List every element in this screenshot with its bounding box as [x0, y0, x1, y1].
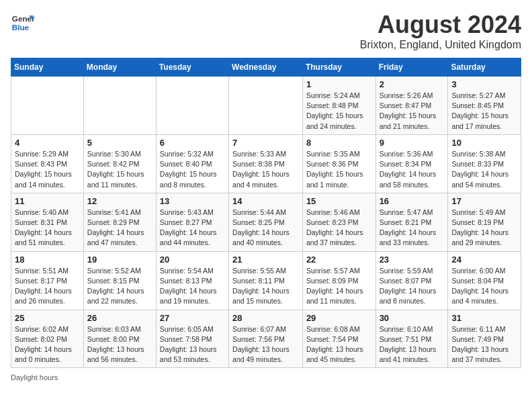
- calendar-cell: 13Sunrise: 5:43 AM Sunset: 8:27 PM Dayli…: [156, 193, 228, 251]
- weekday-header: Tuesday: [156, 58, 228, 77]
- calendar-header: SundayMondayTuesdayWednesdayThursdayFrid…: [11, 58, 521, 77]
- day-number: 19: [87, 255, 152, 265]
- day-number: 21: [232, 255, 299, 265]
- day-info: Sunrise: 5:52 AM Sunset: 8:15 PM Dayligh…: [87, 266, 152, 307]
- calendar-cell: 21Sunrise: 5:55 AM Sunset: 8:11 PM Dayli…: [229, 251, 303, 310]
- day-info: Sunrise: 6:02 AM Sunset: 8:02 PM Dayligh…: [15, 324, 80, 365]
- weekday-header: Friday: [375, 58, 448, 77]
- calendar-cell: 22Sunrise: 5:57 AM Sunset: 8:09 PM Dayli…: [302, 251, 375, 310]
- header: General Blue August 2024 Brixton, Englan…: [11, 11, 521, 51]
- calendar-cell: 7Sunrise: 5:33 AM Sunset: 8:38 PM Daylig…: [229, 134, 303, 193]
- calendar-cell: 19Sunrise: 5:52 AM Sunset: 8:15 PM Dayli…: [83, 251, 156, 310]
- day-info: Sunrise: 5:29 AM Sunset: 8:43 PM Dayligh…: [15, 149, 80, 190]
- day-info: Sunrise: 5:55 AM Sunset: 8:11 PM Dayligh…: [232, 266, 299, 307]
- day-info: Sunrise: 5:36 AM Sunset: 8:34 PM Dayligh…: [380, 149, 445, 190]
- day-number: 25: [15, 313, 80, 323]
- calendar-cell: 25Sunrise: 6:02 AM Sunset: 8:02 PM Dayli…: [11, 310, 84, 368]
- day-info: Sunrise: 5:40 AM Sunset: 8:31 PM Dayligh…: [15, 208, 80, 248]
- day-info: Sunrise: 6:00 AM Sunset: 8:04 PM Dayligh…: [451, 266, 517, 307]
- calendar-cell: 27Sunrise: 6:05 AM Sunset: 7:58 PM Dayli…: [156, 310, 228, 368]
- day-number: 27: [160, 313, 225, 323]
- svg-text:Blue: Blue: [12, 23, 30, 32]
- day-info: Sunrise: 6:03 AM Sunset: 8:00 PM Dayligh…: [87, 324, 152, 365]
- calendar-week-row: 4Sunrise: 5:29 AM Sunset: 8:43 PM Daylig…: [11, 134, 521, 193]
- day-number: 22: [306, 255, 372, 265]
- day-number: 12: [87, 196, 152, 206]
- day-info: Sunrise: 5:46 AM Sunset: 8:23 PM Dayligh…: [306, 208, 372, 248]
- day-info: Sunrise: 5:54 AM Sunset: 8:13 PM Dayligh…: [160, 266, 225, 307]
- weekday-header: Thursday: [302, 58, 375, 77]
- logo-icon: General Blue: [11, 11, 35, 35]
- calendar-cell: 29Sunrise: 6:08 AM Sunset: 7:54 PM Dayli…: [302, 310, 375, 368]
- day-info: Sunrise: 5:38 AM Sunset: 8:33 PM Dayligh…: [451, 149, 517, 190]
- weekday-header-row: SundayMondayTuesdayWednesdayThursdayFrid…: [11, 58, 521, 77]
- day-number: 20: [160, 255, 225, 265]
- page-title: August 2024: [360, 11, 521, 39]
- weekday-header: Sunday: [11, 58, 84, 77]
- day-number: 11: [15, 196, 80, 206]
- calendar-cell: 16Sunrise: 5:47 AM Sunset: 8:21 PM Dayli…: [375, 193, 448, 251]
- day-number: 30: [380, 313, 445, 323]
- calendar-cell: 26Sunrise: 6:03 AM Sunset: 8:00 PM Dayli…: [83, 310, 156, 368]
- day-number: 10: [451, 138, 517, 148]
- day-info: Sunrise: 5:47 AM Sunset: 8:21 PM Dayligh…: [380, 208, 445, 248]
- calendar-cell: 11Sunrise: 5:40 AM Sunset: 8:31 PM Dayli…: [11, 193, 84, 251]
- day-number: 23: [380, 255, 445, 265]
- day-number: 13: [160, 196, 225, 206]
- calendar-body: 1Sunrise: 5:24 AM Sunset: 8:48 PM Daylig…: [11, 77, 521, 368]
- calendar-week-row: 25Sunrise: 6:02 AM Sunset: 8:02 PM Dayli…: [11, 310, 521, 368]
- logo: General Blue: [11, 11, 35, 35]
- title-area: August 2024 Brixton, England, United Kin…: [360, 11, 521, 51]
- day-info: Sunrise: 5:32 AM Sunset: 8:40 PM Dayligh…: [160, 149, 225, 190]
- calendar-cell: [83, 77, 156, 135]
- calendar-cell: 14Sunrise: 5:44 AM Sunset: 8:25 PM Dayli…: [229, 193, 303, 251]
- day-info: Sunrise: 6:11 AM Sunset: 7:49 PM Dayligh…: [451, 324, 517, 365]
- day-number: 16: [380, 196, 445, 206]
- day-number: 26: [87, 313, 152, 323]
- day-info: Sunrise: 5:59 AM Sunset: 8:07 PM Dayligh…: [380, 266, 445, 307]
- weekday-header: Monday: [83, 58, 156, 77]
- day-number: 24: [451, 255, 517, 265]
- day-number: 6: [160, 138, 225, 148]
- calendar-cell: 1Sunrise: 5:24 AM Sunset: 8:48 PM Daylig…: [302, 77, 375, 135]
- calendar-cell: 24Sunrise: 6:00 AM Sunset: 8:04 PM Dayli…: [448, 251, 521, 310]
- weekday-header: Wednesday: [229, 58, 303, 77]
- calendar-cell: 8Sunrise: 5:35 AM Sunset: 8:36 PM Daylig…: [302, 134, 375, 193]
- day-info: Sunrise: 5:35 AM Sunset: 8:36 PM Dayligh…: [306, 149, 372, 190]
- calendar-cell: 10Sunrise: 5:38 AM Sunset: 8:33 PM Dayli…: [448, 134, 521, 193]
- day-number: 31: [451, 313, 517, 323]
- calendar-cell: 31Sunrise: 6:11 AM Sunset: 7:49 PM Dayli…: [448, 310, 521, 368]
- day-info: Sunrise: 5:27 AM Sunset: 8:45 PM Dayligh…: [451, 91, 517, 132]
- calendar-week-row: 1Sunrise: 5:24 AM Sunset: 8:48 PM Daylig…: [11, 77, 521, 135]
- calendar-cell: 9Sunrise: 5:36 AM Sunset: 8:34 PM Daylig…: [375, 134, 448, 193]
- day-info: Sunrise: 5:57 AM Sunset: 8:09 PM Dayligh…: [306, 266, 372, 307]
- day-number: 7: [232, 138, 299, 148]
- calendar-cell: 23Sunrise: 5:59 AM Sunset: 8:07 PM Dayli…: [375, 251, 448, 310]
- day-info: Sunrise: 5:43 AM Sunset: 8:27 PM Dayligh…: [160, 208, 225, 248]
- day-number: 29: [306, 313, 372, 323]
- calendar-cell: 5Sunrise: 5:30 AM Sunset: 8:42 PM Daylig…: [83, 134, 156, 193]
- day-info: Sunrise: 5:49 AM Sunset: 8:19 PM Dayligh…: [451, 208, 517, 248]
- calendar-cell: 2Sunrise: 5:26 AM Sunset: 8:47 PM Daylig…: [375, 77, 448, 135]
- calendar-cell: 30Sunrise: 6:10 AM Sunset: 7:51 PM Dayli…: [375, 310, 448, 368]
- day-number: 9: [380, 138, 445, 148]
- calendar-table: SundayMondayTuesdayWednesdayThursdayFrid…: [11, 58, 521, 368]
- calendar-cell: 6Sunrise: 5:32 AM Sunset: 8:40 PM Daylig…: [156, 134, 228, 193]
- svg-text:General: General: [12, 14, 35, 23]
- day-number: 5: [87, 138, 152, 148]
- calendar-cell: 20Sunrise: 5:54 AM Sunset: 8:13 PM Dayli…: [156, 251, 228, 310]
- page-subtitle: Brixton, England, United Kingdom: [360, 39, 521, 51]
- day-number: 3: [451, 79, 517, 89]
- day-number: 1: [306, 79, 372, 89]
- day-info: Sunrise: 5:26 AM Sunset: 8:47 PM Dayligh…: [380, 91, 445, 132]
- calendar-cell: 28Sunrise: 6:07 AM Sunset: 7:56 PM Dayli…: [229, 310, 303, 368]
- day-info: Sunrise: 6:05 AM Sunset: 7:58 PM Dayligh…: [160, 324, 225, 365]
- day-info: Sunrise: 6:08 AM Sunset: 7:54 PM Dayligh…: [306, 324, 372, 365]
- day-number: 18: [15, 255, 80, 265]
- day-number: 8: [306, 138, 372, 148]
- day-info: Sunrise: 5:33 AM Sunset: 8:38 PM Dayligh…: [232, 149, 299, 190]
- day-info: Sunrise: 5:30 AM Sunset: 8:42 PM Dayligh…: [87, 149, 152, 190]
- calendar-cell: 18Sunrise: 5:51 AM Sunset: 8:17 PM Dayli…: [11, 251, 84, 310]
- calendar-cell: [229, 77, 303, 135]
- footer-note: Daylight hours: [11, 373, 521, 381]
